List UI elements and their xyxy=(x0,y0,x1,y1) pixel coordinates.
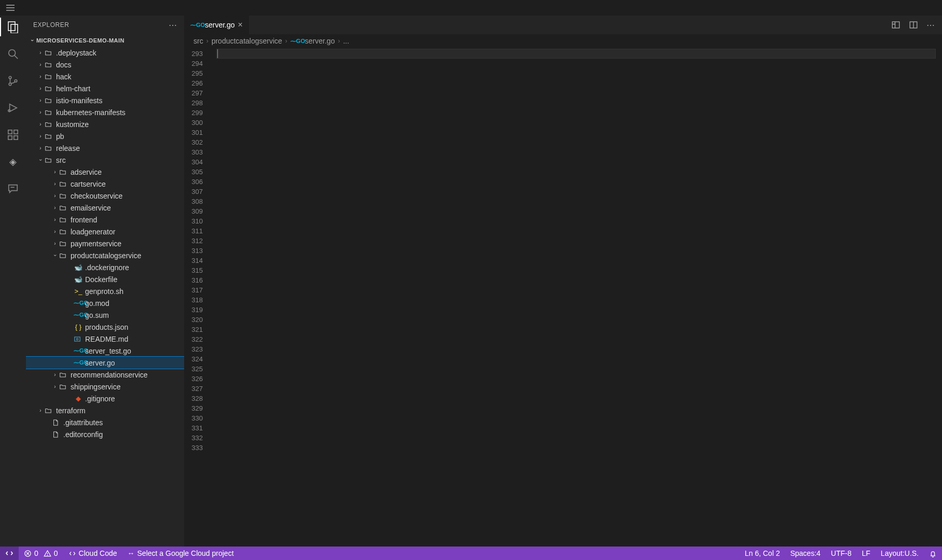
cloud-code-status[interactable]: Cloud Code xyxy=(63,549,122,557)
svg-point-4 xyxy=(9,76,11,79)
file-.gitattributes[interactable]: .gitattributes xyxy=(26,416,184,428)
code-editor[interactable]: 2932942952962972982993003013023033043053… xyxy=(184,48,942,547)
folder-shippingservice[interactable]: ›shippingservice xyxy=(26,381,184,393)
folder-emailservice[interactable]: ›emailservice xyxy=(26,202,184,214)
folder-loadgenerator[interactable]: ›loadgenerator xyxy=(26,226,184,237)
folder-helm-chart[interactable]: ›helm-chart xyxy=(26,82,184,94)
svg-point-5 xyxy=(9,83,11,86)
split-editor-icon[interactable] xyxy=(909,20,918,30)
search-icon[interactable] xyxy=(7,48,19,60)
source-control-icon[interactable] xyxy=(7,75,19,87)
folder-recommendationservice[interactable]: ›recommendationservice xyxy=(26,369,184,381)
folder-src[interactable]: ›src xyxy=(26,154,184,166)
file-README.md[interactable]: README.md xyxy=(26,333,184,345)
folder-adservice[interactable]: ›adservice xyxy=(26,166,184,178)
svg-rect-12 xyxy=(75,337,80,341)
svg-point-7 xyxy=(8,110,10,112)
folder-checkoutservice[interactable]: ›checkoutservice xyxy=(26,190,184,202)
sidebar-more-icon[interactable]: ⋯ xyxy=(169,20,177,30)
status-bar: 0 0 Cloud Code ↔ Select a Google Cloud p… xyxy=(0,547,942,560)
explorer-sidebar: EXPLORER ⋯ › MICROSERVICES-DEMO-MAIN ›.d… xyxy=(26,16,184,547)
svg-rect-1 xyxy=(11,24,18,33)
notifications-icon[interactable] xyxy=(924,549,942,557)
file-.dockerignore[interactable]: 🐋.dockerignore xyxy=(26,261,184,273)
file-server.go[interactable]: ⁓GOserver.go xyxy=(26,357,184,369)
folder-kubernetes-manifests[interactable]: ›kubernetes-manifests xyxy=(26,106,184,118)
tab-server-go[interactable]: ⁓GO server.go × xyxy=(184,16,250,34)
keyboard-layout-status[interactable]: Layout:U.S. xyxy=(876,549,924,557)
indentation-status[interactable]: Spaces:4 xyxy=(785,549,825,557)
eol-status[interactable]: LF xyxy=(857,549,876,557)
go-icon: ⁓GO xyxy=(290,38,300,45)
gcp-project-status[interactable]: ↔ Select a Google Cloud project xyxy=(122,549,239,557)
cloud-code-icon[interactable]: ◈ xyxy=(7,156,19,168)
folder-kustomize[interactable]: ›kustomize xyxy=(26,118,184,130)
file-go.mod[interactable]: ⁓GOgo.mod xyxy=(26,297,184,309)
activity-bar: ◈ xyxy=(0,16,26,547)
folder-release[interactable]: ›release xyxy=(26,142,184,154)
svg-point-6 xyxy=(15,80,17,82)
svg-point-2 xyxy=(9,50,16,57)
breadcrumbs[interactable]: src › productcatalogservice › ⁓GO server… xyxy=(184,34,942,48)
file-server_test.go[interactable]: ⁓GOserver_test.go xyxy=(26,345,184,357)
cursor-position-status[interactable]: Ln 6, Col 2 xyxy=(740,549,785,557)
svg-rect-8 xyxy=(8,130,12,134)
file-go.sum[interactable]: ⁓GOgo.sum xyxy=(26,309,184,321)
svg-point-21 xyxy=(47,555,48,555)
errors-status[interactable]: 0 xyxy=(19,549,44,557)
folder-pb[interactable]: ›pb xyxy=(26,130,184,142)
tab-bar: ⁓GO server.go × ⋯ xyxy=(184,16,942,34)
folder-productcatalogservice[interactable]: ›productcatalogservice xyxy=(26,249,184,261)
open-changes-icon[interactable] xyxy=(891,20,901,30)
more-actions-icon[interactable]: ⋯ xyxy=(926,20,935,30)
svg-rect-14 xyxy=(892,22,899,28)
remote-icon[interactable] xyxy=(0,547,19,560)
run-debug-icon[interactable] xyxy=(7,102,19,114)
file-Dockerfile[interactable]: 🐋Dockerfile xyxy=(26,273,184,285)
svg-point-13 xyxy=(76,338,78,340)
file-genproto.sh[interactable]: >_genproto.sh xyxy=(26,285,184,297)
explorer-icon[interactable] xyxy=(7,21,19,33)
folder-docs[interactable]: ›docs xyxy=(26,59,184,71)
folder-.deploystack[interactable]: ›.deploystack xyxy=(26,47,184,59)
sidebar-title: EXPLORER xyxy=(33,21,69,29)
feedback-icon[interactable] xyxy=(7,183,19,195)
svg-rect-10 xyxy=(14,136,18,139)
folder-paymentservice[interactable]: ›paymentservice xyxy=(26,237,184,249)
svg-line-3 xyxy=(15,55,18,59)
svg-rect-9 xyxy=(8,136,12,139)
extensions-icon[interactable] xyxy=(7,129,19,141)
close-tab-icon[interactable]: × xyxy=(238,20,243,30)
folder-cartservice[interactable]: ›cartservice xyxy=(26,178,184,190)
encoding-status[interactable]: UTF-8 xyxy=(826,549,857,557)
go-icon: ⁓GO xyxy=(190,22,200,29)
folder-hack[interactable]: ›hack xyxy=(26,71,184,82)
svg-rect-0 xyxy=(8,22,15,31)
folder-istio-manifests[interactable]: ›istio-manifests xyxy=(26,94,184,106)
file-.gitignore[interactable]: ◆.gitignore xyxy=(26,393,184,404)
file-.editorconfig[interactable]: .editorconfig xyxy=(26,428,184,440)
hamburger-menu-icon[interactable] xyxy=(6,7,15,8)
folder-frontend[interactable]: ›frontend xyxy=(26,214,184,226)
folder-section-header[interactable]: › MICROSERVICES-DEMO-MAIN xyxy=(26,34,184,47)
file-products.json[interactable]: { }products.json xyxy=(26,321,184,333)
folder-terraform[interactable]: ›terraform xyxy=(26,404,184,416)
warnings-status[interactable]: 0 xyxy=(44,549,63,557)
svg-rect-11 xyxy=(14,130,18,134)
